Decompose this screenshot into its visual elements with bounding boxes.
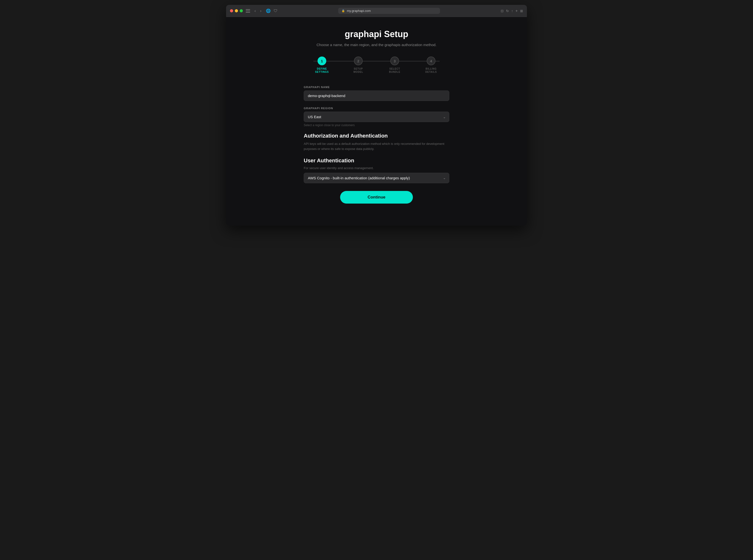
tab-grid-button[interactable]: ⊞ xyxy=(520,9,523,13)
form-container: GRAPHAPI NAME GRAPHAPI REGION US East US… xyxy=(304,86,449,204)
region-select-wrapper: US East US West EU West EU Central Asia … xyxy=(304,112,449,122)
minimize-button[interactable] xyxy=(235,9,238,13)
user-auth-title: User Authentication xyxy=(304,158,449,164)
lock-icon: 🔒 xyxy=(342,9,345,13)
auth-section-description: API keys will be used as a default autho… xyxy=(304,141,449,152)
url-text: my.graphapi.com xyxy=(347,9,371,13)
user-auth-select[interactable]: AWS Cognito - built-in authentication (a… xyxy=(304,173,449,183)
step-4-label: BILLING DETAILS xyxy=(425,67,437,74)
region-select[interactable]: US East US West EU West EU Central Asia … xyxy=(304,112,449,122)
step-1[interactable]: 1 DEFINE SETTINGS xyxy=(304,57,340,74)
continue-button[interactable]: Continue xyxy=(340,191,413,204)
browser-window: ‹ › 🌐 🛡 🔒 my.graphapi.com ⊡ ↻ ↑ + ⊞ grap… xyxy=(226,5,527,226)
stepper: 1 DEFINE SETTINGS 2 SETUP MODEL 3 SELECT… xyxy=(304,57,449,74)
name-label: GRAPHAPI NAME xyxy=(304,86,449,88)
name-field-group: GRAPHAPI NAME xyxy=(304,86,449,101)
page-content: graphapi Setup Choose a name, the main r… xyxy=(226,17,527,226)
refresh-icon[interactable]: ↻ xyxy=(506,9,509,13)
step-3-label: SELECT BUNDLE xyxy=(389,67,400,74)
shield-icon: 🛡 xyxy=(273,9,278,13)
globe-icon: 🌐 xyxy=(266,8,271,13)
step-3-circle: 3 xyxy=(390,57,399,65)
back-button[interactable]: ‹ xyxy=(253,8,257,14)
step-2-label: SETUP MODEL xyxy=(353,67,363,74)
step-2-circle: 2 xyxy=(354,57,363,65)
maximize-button[interactable] xyxy=(240,9,243,13)
step-4-circle: 4 xyxy=(427,57,435,65)
forward-button[interactable]: › xyxy=(259,8,263,14)
page-title: graphapi Setup xyxy=(345,29,408,39)
url-bar[interactable]: 🔒 my.graphapi.com xyxy=(338,8,440,14)
new-tab-button[interactable]: + xyxy=(515,9,518,13)
auth-section-title: Authorization and Authentication xyxy=(304,133,449,139)
step-3[interactable]: 3 SELECT BUNDLE xyxy=(376,57,413,74)
step-1-label: DEFINE SETTINGS xyxy=(315,67,329,74)
step-4[interactable]: 4 BILLING DETAILS xyxy=(413,57,449,74)
url-bar-container: 🔒 my.graphapi.com xyxy=(281,8,498,14)
share-button[interactable]: ↑ xyxy=(511,9,513,13)
region-hint: Select a region close to your customers xyxy=(304,123,449,127)
reader-view-icon[interactable]: ⊡ xyxy=(501,9,504,13)
traffic-lights xyxy=(230,9,243,13)
region-label: GRAPHAPI REGION xyxy=(304,107,449,110)
auth-section: Authorization and Authentication API key… xyxy=(304,133,449,152)
user-auth-select-wrapper: AWS Cognito - built-in authentication (a… xyxy=(304,173,449,183)
browser-actions: ⊡ ↻ ↑ + ⊞ xyxy=(501,9,523,13)
step-2[interactable]: 2 SETUP MODEL xyxy=(340,57,376,74)
page-subtitle: Choose a name, the main region, and the … xyxy=(317,43,437,47)
close-button[interactable] xyxy=(230,9,233,13)
sidebar-toggle-button[interactable] xyxy=(246,9,250,13)
browser-toolbar: ‹ › 🌐 🛡 🔒 my.graphapi.com ⊡ ↻ ↑ + ⊞ xyxy=(226,5,527,17)
user-auth-section: User Authentication For secure user iden… xyxy=(304,158,449,183)
region-field-group: GRAPHAPI REGION US East US West EU West … xyxy=(304,107,449,127)
name-input[interactable] xyxy=(304,91,449,101)
user-auth-subtitle: For secure user identity and access mana… xyxy=(304,166,449,170)
browser-nav-controls: ‹ › xyxy=(253,8,263,14)
step-1-circle: 1 xyxy=(318,57,326,65)
